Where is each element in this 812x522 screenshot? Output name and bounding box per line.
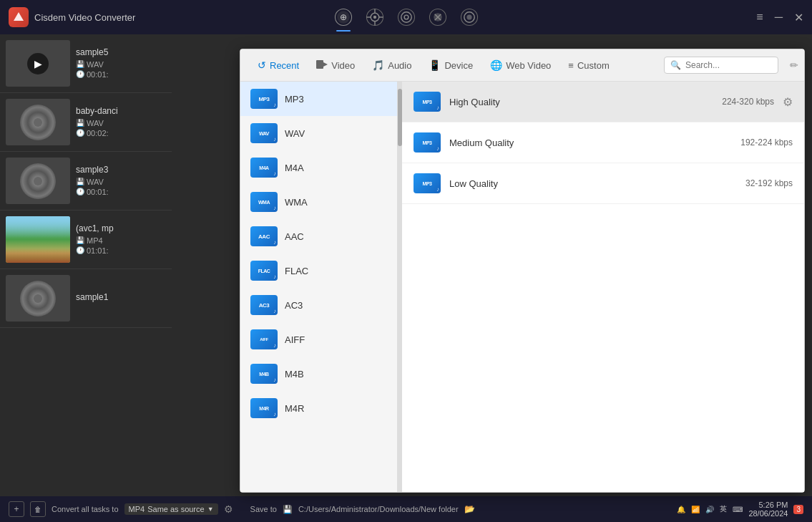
media-icon[interactable] <box>456 4 482 30</box>
record-icon[interactable] <box>425 4 451 30</box>
tab-video-label: Video <box>331 60 355 71</box>
format-label-m4a: M4A <box>285 163 304 173</box>
format-selector-popup: ↺ Recent Video 🎵 Audio 📱 Device 🌐 Web Vi… <box>240 49 805 493</box>
convert-icon[interactable] <box>393 4 419 30</box>
video-duration-row: 🕐 00:01: <box>76 70 166 79</box>
search-icon: 🔍 <box>670 60 681 70</box>
save-path: C:/Users/Administrator/Downloads/New fol… <box>298 505 459 513</box>
video-duration: 00:02: <box>87 129 109 137</box>
add-button[interactable]: + <box>9 501 24 517</box>
aac-badge: AAC ♪ <box>250 226 278 246</box>
tab-recent[interactable]: ↺ Recent <box>249 55 308 75</box>
quality-item-medium[interactable]: MP3 ♪ Medium Quality 192-224 kbps <box>402 122 804 163</box>
format-item-mp3[interactable]: MP3 ♪ MP3 <box>240 82 397 116</box>
video-format-row: 💾 WAV <box>76 119 166 127</box>
list-item[interactable]: (avc1, mp 💾 MP4 🕐 01:01: <box>0 211 172 269</box>
video-format: WAV <box>87 119 104 127</box>
quality-list: MP3 ♪ High Quality 224-320 kbps ⚙ MP3 ♪ … <box>402 82 804 492</box>
tray-icon-3: 🔊 <box>705 506 714 513</box>
video-info: sample1 <box>76 292 166 305</box>
taskbar-badge: 3 <box>793 505 803 514</box>
save-icon: 💾 <box>76 178 84 185</box>
title-bar-nav: ⊕ <box>331 4 482 30</box>
clock-icon: 🕐 <box>76 246 84 254</box>
tab-device[interactable]: 📱 Device <box>420 55 481 75</box>
video-tab-icon <box>316 60 328 71</box>
audio-tab-icon: 🎵 <box>372 59 384 71</box>
list-item[interactable]: sample1 <box>0 269 172 328</box>
bottom-bar: + 🗑 Convert all tasks to MP4 Same as sou… <box>0 496 812 522</box>
format-label-flac: FLAC <box>285 266 308 276</box>
format-selector[interactable]: MP4 Same as source ▼ <box>124 503 218 515</box>
search-box[interactable]: 🔍 <box>664 57 778 74</box>
video-name: sample3 <box>76 165 166 175</box>
format-item-wma[interactable]: WMA ♪ WMA <box>240 185 397 219</box>
tab-audio[interactable]: 🎵 Audio <box>363 55 420 75</box>
system-tray: 🔔 📶 🔊 英 ⌨ 5:26 PM 28/06/2024 3 <box>677 501 803 518</box>
format-label-wav: WAV <box>285 128 305 139</box>
svg-point-6 <box>373 16 376 19</box>
popup-header: ↺ Recent Video 🎵 Audio 📱 Device 🌐 Web Vi… <box>240 49 804 82</box>
video-format: WAV <box>87 60 104 69</box>
save-icon: 💾 <box>76 236 84 244</box>
tray-icon-1: 🔔 <box>677 506 685 513</box>
search-input[interactable] <box>685 60 772 70</box>
list-item[interactable]: baby-danci 💾 WAV 🕐 00:02: <box>0 93 172 152</box>
app-title: Cisdem Video Converter <box>34 12 135 23</box>
keyboard-icon: ⌨ <box>733 506 743 513</box>
settings-icon[interactable] <box>362 4 388 30</box>
disc-graphic <box>20 105 56 140</box>
format-item-aac[interactable]: AAC ♪ AAC <box>240 219 397 253</box>
format-label-aac: AAC <box>285 231 304 242</box>
svg-point-13 <box>404 15 409 19</box>
format-label-m4r: M4R <box>285 403 304 414</box>
video-name: sample1 <box>76 292 166 302</box>
format-item-m4a[interactable]: M4A ♪ M4A <box>240 150 397 185</box>
delete-button[interactable]: 🗑 <box>30 501 46 517</box>
high-quality-badge: MP3 ♪ <box>414 92 441 112</box>
tab-custom[interactable]: ≡ Custom <box>559 56 617 75</box>
format-item-m4b[interactable]: M4B ♪ M4B <box>240 357 397 391</box>
list-item[interactable]: sample3 💾 WAV 🕐 00:01: <box>0 152 172 211</box>
format-item-wav[interactable]: WAV ♪ WAV <box>240 116 397 150</box>
m4r-badge: M4R ♪ <box>250 398 278 418</box>
popup-body: MP3 ♪ MP3 WAV ♪ WAV M4A <box>240 82 804 492</box>
format-item-m4r[interactable]: M4R ♪ M4R <box>240 391 397 425</box>
format-label-aiff: AIFF <box>285 334 305 345</box>
pencil-icon[interactable]: ✏ <box>790 59 798 71</box>
format-suffix: Same as source <box>147 505 204 513</box>
left-panel: ▶ sample5 💾 WAV 🕐 00:01: <box>0 34 172 496</box>
window-controls: ≡ ─ ✕ <box>756 11 803 24</box>
dropdown-arrow-icon: ▼ <box>207 506 214 513</box>
disc-graphic <box>20 281 56 316</box>
svg-point-12 <box>401 12 411 22</box>
add-files-icon[interactable]: ⊕ <box>331 4 356 30</box>
browse-button[interactable]: 📂 <box>464 504 475 514</box>
play-button[interactable]: ▶ <box>27 53 49 74</box>
tab-web-video[interactable]: 🌐 Web Video <box>481 55 559 75</box>
settings-gear-icon[interactable]: ⚙ <box>783 95 793 109</box>
video-duration: 01:01: <box>87 246 109 255</box>
list-item[interactable]: ▶ sample5 💾 WAV 🕐 00:01: <box>0 34 172 93</box>
tab-video[interactable]: Video <box>308 56 363 75</box>
time: 5:26 PM <box>748 501 788 509</box>
format-item-aiff[interactable]: AIFF ♪ AIFF <box>240 322 397 357</box>
scrollbar-thumb[interactable] <box>398 89 402 146</box>
close-button[interactable]: ✕ <box>794 11 803 24</box>
minimize-button[interactable]: ─ <box>775 11 783 24</box>
format-item-ac3[interactable]: AC3 ♪ AC3 <box>240 288 397 322</box>
quality-item-high[interactable]: MP3 ♪ High Quality 224-320 kbps ⚙ <box>402 82 804 122</box>
scrollbar[interactable] <box>398 82 402 492</box>
menu-button[interactable]: ≡ <box>756 11 763 24</box>
device-tab-icon: 📱 <box>429 59 441 71</box>
format-settings-icon[interactable]: ⚙ <box>224 503 233 515</box>
video-format: WAV <box>87 178 104 186</box>
video-info: (avc1, mp 💾 MP4 🕐 01:01: <box>76 223 166 256</box>
tab-web-video-label: Web Video <box>506 60 551 71</box>
main-area: ▶ sample5 💾 WAV 🕐 00:01: <box>0 34 812 496</box>
app-logo <box>9 7 29 27</box>
quality-item-low[interactable]: MP3 ♪ Low Quality 32-192 kbps <box>402 163 804 204</box>
save-icon: 💾 <box>76 119 84 127</box>
format-item-flac[interactable]: FLAC ♪ FLAC <box>240 253 397 288</box>
medium-quality-label: Medium Quality <box>449 137 732 148</box>
